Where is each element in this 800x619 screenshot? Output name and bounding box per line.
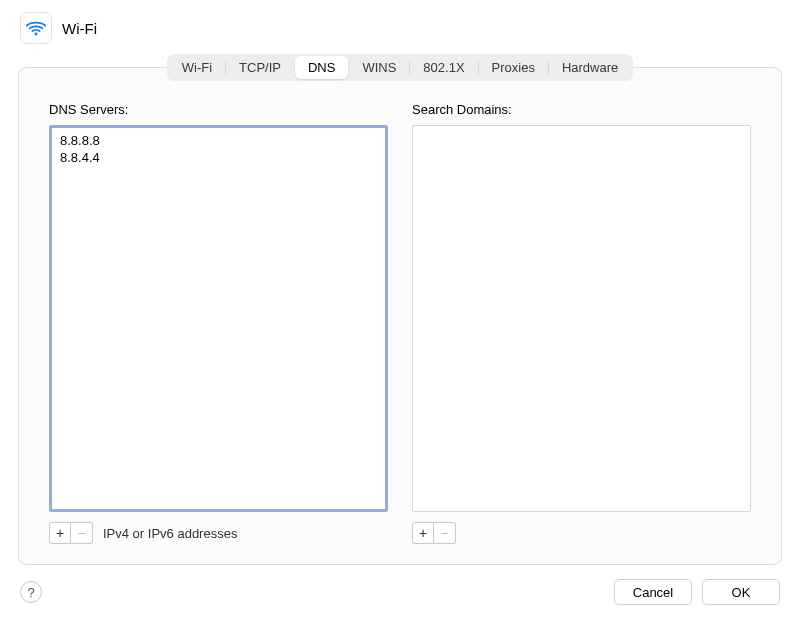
remove-dns-button[interactable]: − (71, 522, 93, 544)
tab-802-1x[interactable]: 802.1X (410, 56, 477, 79)
tab-wi-fi[interactable]: Wi-Fi (169, 56, 225, 79)
dns-servers-label: DNS Servers: (49, 102, 388, 117)
tab-dns[interactable]: DNS (295, 56, 348, 79)
remove-domain-button[interactable]: − (434, 522, 456, 544)
wifi-icon (20, 12, 52, 44)
dns-servers-list[interactable]: 8.8.8.88.8.4.4 (49, 125, 388, 512)
search-domains-label: Search Domains: (412, 102, 751, 117)
help-button[interactable]: ? (20, 581, 42, 603)
add-dns-button[interactable]: + (49, 522, 71, 544)
list-item[interactable]: 8.8.4.4 (60, 149, 377, 166)
tab-wins[interactable]: WINS (349, 56, 409, 79)
list-item[interactable]: 8.8.8.8 (60, 132, 377, 149)
tab-hardware[interactable]: Hardware (549, 56, 631, 79)
search-domains-list[interactable] (412, 125, 751, 512)
tab-proxies[interactable]: Proxies (479, 56, 548, 79)
dns-hint: IPv4 or IPv6 addresses (103, 526, 237, 541)
list-item[interactable] (423, 132, 740, 134)
ok-button[interactable]: OK (702, 579, 780, 605)
cancel-button[interactable]: Cancel (614, 579, 692, 605)
window-title: Wi-Fi (62, 20, 97, 37)
svg-point-0 (35, 32, 38, 35)
content-panel: DNS Servers: 8.8.8.88.8.4.4 + − IPv4 or … (18, 67, 782, 565)
add-domain-button[interactable]: + (412, 522, 434, 544)
tabs: Wi-FiTCP/IPDNSWINS802.1XProxiesHardware (0, 52, 800, 81)
tab-tcp-ip[interactable]: TCP/IP (226, 56, 294, 79)
